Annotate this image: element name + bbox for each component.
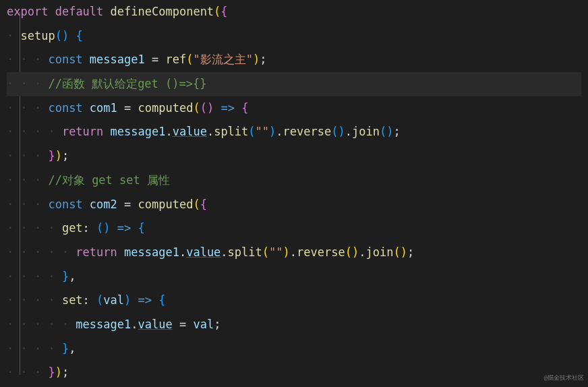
keyword: const <box>48 101 82 115</box>
keyword: default <box>55 5 104 18</box>
operator: = <box>124 198 131 211</box>
variable: message1 <box>90 53 145 66</box>
property: value <box>186 245 220 259</box>
variable: message1 <box>124 245 179 259</box>
method: join <box>365 245 393 259</box>
code-line[interactable]: · · · · get: () => { <box>7 216 581 241</box>
variable: val <box>193 318 214 331</box>
method: split <box>214 125 248 138</box>
string-literal: "影流之主" <box>193 53 252 66</box>
code-line[interactable]: · · · const com1 = computed(() => { <box>7 96 581 121</box>
operator: = <box>152 53 158 66</box>
keyword: return <box>76 245 117 259</box>
string-literal: "" <box>256 125 269 138</box>
code-line[interactable]: · · · //函数 默认给定get ()=>{} <box>7 72 581 96</box>
variable: message1 <box>111 125 166 138</box>
code-line[interactable]: · · · const com2 = computed({ <box>7 193 581 217</box>
code-line[interactable]: · setup() { <box>7 24 581 49</box>
method: split <box>228 245 262 259</box>
brace: { <box>76 29 82 42</box>
keyword: export <box>7 5 48 18</box>
parameter: val <box>103 293 124 307</box>
function-name: defineComponent <box>111 5 214 18</box>
code-line[interactable]: · · · }); <box>7 361 581 385</box>
watermark: @掘金技术社区 <box>544 371 584 384</box>
comment: //对象 get set 属性 <box>48 173 170 187</box>
code-line[interactable]: · · · const message1 = ref("影流之主"); <box>7 48 581 72</box>
arrow: => <box>117 221 131 235</box>
keyword: return <box>62 125 103 138</box>
code-line[interactable]: · · · · }, <box>7 337 581 361</box>
property: value <box>173 125 207 138</box>
property-key: get <box>62 221 83 235</box>
code-line[interactable]: · · · · set: (val) => { <box>7 289 581 313</box>
operator: = <box>124 101 131 115</box>
operator: = <box>179 318 186 331</box>
method: join <box>352 125 380 138</box>
code-line[interactable]: · · · · · return message1.value.split(""… <box>7 241 581 265</box>
method: reverse <box>283 125 332 138</box>
property: value <box>138 318 173 331</box>
keyword: const <box>48 53 82 66</box>
method: reverse <box>297 245 345 259</box>
code-line[interactable]: export default defineComponent({ <box>7 0 581 24</box>
code-line[interactable]: · · · //对象 get set 属性 <box>7 169 581 193</box>
property-key: set <box>62 293 83 307</box>
comment: //函数 默认给定get ()=>{} <box>48 77 206 90</box>
arrow: => <box>220 101 234 115</box>
variable: message1 <box>76 318 131 331</box>
parens: () <box>55 29 69 42</box>
method-name: setup <box>20 29 55 42</box>
code-line[interactable]: · · · · return message1.value.split("").… <box>7 120 581 144</box>
variable: com2 <box>90 198 117 211</box>
function-name: ref <box>166 53 187 66</box>
variable: com1 <box>90 101 117 115</box>
code-line[interactable]: · · · · · message1.value = val; <box>7 313 581 337</box>
code-line[interactable]: · · · }); <box>7 144 581 169</box>
keyword: const <box>48 198 82 211</box>
function-name: computed <box>138 101 194 115</box>
string-literal: "" <box>269 245 283 259</box>
function-name: computed <box>138 198 194 211</box>
code-line[interactable]: · · · · }, <box>7 265 581 289</box>
arrow: => <box>138 293 152 307</box>
